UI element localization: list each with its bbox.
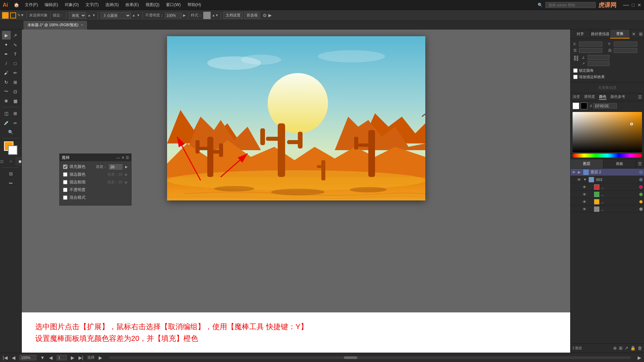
color-tab-active[interactable]: 颜色 [599, 94, 606, 100]
art-boards-btn[interactable]: ⊟ [6, 169, 15, 178]
free-transform-tool[interactable]: ⊡ [11, 87, 20, 96]
close-icon[interactable]: ✕ [637, 2, 641, 8]
layer2-expand-arrow[interactable]: ▶ [578, 170, 582, 174]
fill-color-checkbox[interactable] [63, 165, 67, 169]
shear-input[interactable] [588, 61, 609, 66]
paintbrush-tool[interactable]: 🖌 [2, 68, 11, 77]
line-tool[interactable]: / [2, 59, 11, 68]
lock-corners-checkbox[interactable] [573, 68, 578, 73]
layer2-eye[interactable]: 👁 [572, 170, 577, 174]
lock-layer-btn[interactable]: 🔒 [630, 346, 636, 351]
w-input[interactable] [579, 48, 602, 53]
create-sublayer-btn[interactable]: ⊞ [619, 346, 623, 351]
delete-layer-btn[interactable]: 🗑 [638, 346, 642, 351]
green-item-eye[interactable]: 👁 [583, 192, 587, 196]
home-icon[interactable]: 🏠 [12, 1, 21, 9]
sublayer003-eye[interactable]: 👁 [577, 178, 582, 182]
new-layer-from-selection-btn[interactable]: ⊕ [613, 346, 617, 351]
doc-settings-btn[interactable]: 文档设置 [223, 12, 243, 19]
color-circle-btn[interactable]: ○ [6, 157, 15, 166]
panel-close-btn[interactable]: ✕ [121, 156, 124, 160]
toolbar-arrow-icon[interactable]: ▶ [268, 13, 272, 18]
hex-color-input[interactable] [593, 103, 617, 109]
style-arrow[interactable]: ▲▼ [212, 13, 219, 17]
h-scrollbar-track[interactable] [109, 356, 631, 359]
link-icon[interactable]: ⛓ [573, 55, 579, 66]
brush-down-arrow[interactable]: ▼ [92, 13, 96, 17]
color-item-red[interactable]: 👁 ... [571, 183, 644, 191]
zoom-level-input[interactable] [19, 355, 36, 360]
tab-pathfinder[interactable]: 路径查找器 [590, 29, 610, 39]
tolerance-input[interactable] [109, 164, 122, 170]
preferences-btn[interactable]: 首选项 [244, 12, 260, 19]
status-prev-page2-btn[interactable]: ◀ [49, 355, 53, 360]
layers-tab[interactable]: 图层 [571, 159, 603, 168]
pen-tool[interactable]: ✒ [2, 50, 11, 58]
page-number-input[interactable] [57, 355, 67, 360]
artboards-tab[interactable]: 画板 [603, 159, 636, 168]
normal-mode-btn[interactable]: ◻ [0, 157, 6, 166]
opacity-input[interactable] [165, 13, 182, 18]
pencil-tool[interactable]: ✏ [11, 68, 20, 77]
opacity-arrow[interactable]: ▶ [183, 13, 186, 17]
symbol-tool[interactable]: ❋ [2, 97, 11, 105]
status-next-page-btn[interactable]: ▶ [71, 355, 74, 360]
eyedropper-tool[interactable]: 💉 [2, 118, 11, 127]
document-tab[interactable]: 未标题-1* @ 100% (RGB/预览) × [23, 21, 88, 29]
hue-slider[interactable] [573, 154, 642, 158]
layers-menu-btn[interactable]: ☰ [636, 159, 644, 168]
status-back-btn[interactable]: ◀ [12, 355, 15, 360]
magic-wand-tool[interactable]: ✦ [2, 40, 11, 49]
brush-up-arrow[interactable]: ▲ [88, 13, 91, 17]
panel-header[interactable]: 魔棒 — ✕ ☰ [60, 154, 131, 161]
direct-select-tool[interactable]: ↗ [11, 31, 20, 40]
menu-select[interactable]: 选择(S) [103, 1, 121, 8]
menu-help[interactable]: 帮助(H) [185, 1, 204, 8]
move-to-layer-btn[interactable]: ↗ [625, 346, 628, 351]
color-spectrum[interactable] [573, 112, 642, 152]
toolbar-settings-icon[interactable]: ⚙ [263, 13, 267, 18]
invert-btn[interactable]: ◼ [15, 157, 22, 166]
style-swatch[interactable] [203, 12, 211, 19]
points-up-arrow[interactable]: ▲ [132, 13, 136, 17]
color-item-yellow[interactable]: 👁 ... [571, 198, 644, 205]
fill-color-swatch[interactable] [2, 12, 9, 19]
text-tool[interactable]: T [11, 50, 20, 58]
sublayer-003-row[interactable]: 👁 ▼ 003 [571, 176, 644, 183]
select-tool[interactable]: ▶ [2, 31, 11, 40]
tolerance-arrow[interactable]: ▶ [125, 165, 128, 169]
blend-tool[interactable]: ∞ [11, 118, 20, 127]
hue-tab[interactable]: 淡变 [573, 94, 580, 100]
status-forward-btn[interactable]: ▶ [99, 355, 102, 360]
menu-edit[interactable]: 编辑(E) [42, 1, 61, 8]
brush-select[interactable]: 画笔 [69, 12, 86, 19]
points-down-arrow[interactable]: ▼ [137, 13, 140, 17]
white-swatch[interactable] [573, 103, 579, 109]
mesh-tool[interactable]: ⊞ [11, 109, 20, 118]
angle-input[interactable] [588, 55, 609, 60]
h-scrollbar-thumb[interactable] [344, 356, 357, 359]
color-item-green[interactable]: 👁 ... [571, 191, 644, 198]
canvas-container[interactable]: 魔棒 — ✕ ☰ 填充颜色 容差： ▶ [22, 29, 570, 312]
rp-expand-btn[interactable]: ⊞ [638, 29, 644, 39]
y-input[interactable] [614, 42, 637, 47]
rect-tool[interactable]: □ [11, 59, 20, 68]
black-swatch[interactable] [581, 103, 587, 109]
blend-mode-checkbox[interactable] [63, 195, 67, 200]
x-input[interactable] [579, 42, 602, 47]
stroke-color-checkbox[interactable] [63, 172, 67, 177]
status-prev-page-btn[interactable]: |◀ [3, 355, 8, 360]
menu-window[interactable]: 窗口(W) [163, 1, 183, 8]
panel-minimize-btn[interactable]: — [116, 156, 120, 160]
maximize-icon[interactable]: □ [632, 2, 635, 8]
scale-stroke-checkbox[interactable] [573, 75, 578, 79]
menu-effect[interactable]: 效果(E) [123, 1, 142, 8]
stroke-color-swatch[interactable] [10, 12, 16, 18]
gray-item-eye[interactable]: 👁 [583, 207, 587, 211]
transform-tool[interactable]: ⊞ [11, 78, 20, 86]
background-color[interactable] [8, 145, 17, 155]
panel-menu-btn[interactable]: ☰ [126, 156, 129, 160]
layer-row-2[interactable]: 👁 ▶ 图层 2 [571, 169, 644, 176]
minimize-icon[interactable]: — [623, 1, 629, 8]
h-input[interactable] [614, 48, 637, 53]
